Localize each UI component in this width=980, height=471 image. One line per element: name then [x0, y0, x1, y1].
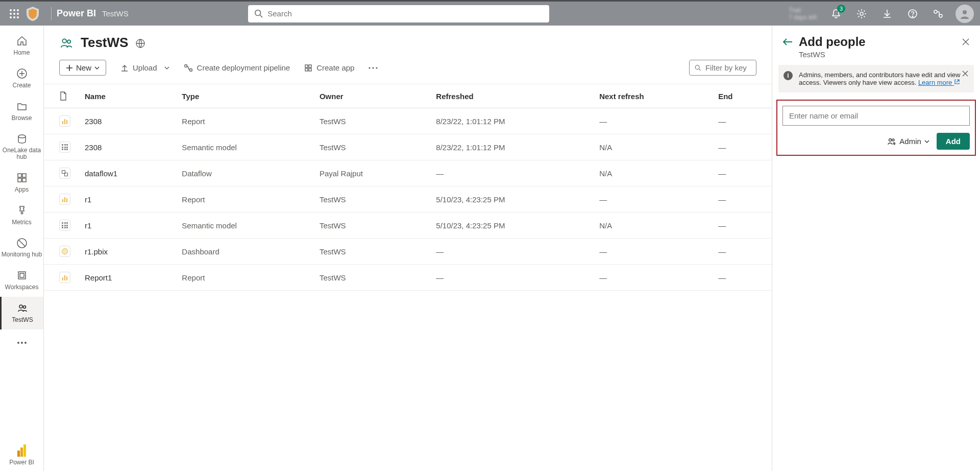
- pipeline-label: Create deployment pipeline: [197, 63, 290, 72]
- nav-create[interactable]: Create: [0, 62, 43, 95]
- cell-name: dataflow1: [75, 160, 172, 186]
- svg-point-44: [373, 67, 374, 68]
- panel-back-button[interactable]: [782, 38, 793, 46]
- cell-owner: TestWS: [309, 213, 426, 239]
- settings-button[interactable]: [853, 6, 870, 22]
- external-link-icon: [954, 79, 960, 85]
- nav-monitoring[interactable]: Monitoring hub: [0, 232, 43, 264]
- feedback-button[interactable]: [930, 6, 946, 22]
- learn-more-link[interactable]: Learn more: [918, 79, 960, 86]
- people-input[interactable]: [782, 106, 970, 126]
- globe-icon[interactable]: [135, 38, 145, 49]
- document-icon: [59, 91, 67, 101]
- cell-name: r1: [75, 213, 172, 239]
- cell-next: —: [589, 265, 708, 291]
- col-icon[interactable]: [44, 84, 75, 108]
- top-bar: Power BI TestWS Trial: 7 days left 3: [0, 0, 980, 26]
- table-row[interactable]: r1.pbixDashboardTestWS———: [44, 239, 772, 265]
- col-owner[interactable]: Owner: [309, 84, 426, 108]
- report-icon: [59, 115, 70, 127]
- filter-box[interactable]: [689, 60, 756, 76]
- cell-type: Report: [172, 265, 309, 291]
- create-pipeline-button[interactable]: Create deployment pipeline: [184, 63, 290, 72]
- svg-point-4: [13, 13, 15, 15]
- nav-testws[interactable]: TestWS: [0, 297, 43, 329]
- cell-name: r1.pbix: [75, 239, 172, 265]
- cell-refreshed: 8/23/22, 1:01:12 PM: [426, 108, 589, 134]
- chevron-down-icon: [94, 65, 100, 70]
- search-icon: [254, 9, 263, 18]
- nav-more[interactable]: [0, 332, 43, 355]
- nav-onelake[interactable]: OneLake data hub: [0, 128, 43, 167]
- nav-apps[interactable]: Apps: [0, 167, 43, 199]
- cell-owner: Payal Rajput: [309, 160, 426, 186]
- report-icon: [59, 194, 70, 205]
- panel-close-button[interactable]: [962, 38, 970, 46]
- nav-home[interactable]: Home: [0, 30, 43, 62]
- svg-point-5: [17, 13, 19, 15]
- svg-point-15: [939, 14, 942, 17]
- feedback-icon: [933, 9, 944, 19]
- cell-next: N/A: [589, 213, 708, 239]
- nav-create-label: Create: [12, 82, 31, 89]
- trial-status[interactable]: Trial: 7 days left: [789, 7, 817, 21]
- table-row[interactable]: r1Semantic modelTestWS5/10/23, 4:23:25 P…: [44, 213, 772, 239]
- filter-input[interactable]: [705, 63, 751, 72]
- svg-point-29: [21, 342, 23, 344]
- nav-powerbi-label: Power BI: [9, 459, 34, 466]
- download-button[interactable]: [879, 6, 895, 22]
- svg-point-16: [963, 10, 967, 14]
- svg-point-37: [184, 64, 187, 67]
- cell-refreshed: —: [426, 160, 589, 186]
- table-row[interactable]: 2308ReportTestWS8/23/22, 1:01:12 PM——: [44, 108, 772, 134]
- svg-point-34: [62, 39, 66, 43]
- table-row[interactable]: Report1ReportTestWS———: [44, 265, 772, 291]
- svg-point-48: [889, 138, 892, 141]
- cell-next: N/A: [589, 160, 708, 186]
- col-name[interactable]: Name: [75, 84, 172, 108]
- plus-icon: [66, 64, 73, 72]
- nav-home-label: Home: [13, 49, 30, 56]
- app-launcher-button[interactable]: [6, 6, 22, 22]
- cell-type: Semantic model: [172, 134, 309, 160]
- role-label: Admin: [899, 137, 921, 146]
- profile-avatar[interactable]: [955, 5, 974, 23]
- upload-icon: [120, 64, 129, 72]
- cell-owner: TestWS: [309, 239, 426, 265]
- toolbar-more-button[interactable]: [369, 67, 378, 69]
- powerbi-icon: [16, 444, 28, 457]
- svg-point-0: [10, 9, 12, 11]
- help-button[interactable]: [904, 6, 921, 22]
- col-next[interactable]: Next refresh: [589, 84, 708, 108]
- svg-point-50: [894, 143, 895, 144]
- svg-rect-20: [22, 174, 26, 177]
- search-box[interactable]: [248, 5, 549, 22]
- people-icon: [16, 302, 29, 314]
- col-refreshed[interactable]: Refreshed: [426, 84, 589, 108]
- nav-browse[interactable]: Browse: [0, 95, 43, 128]
- info-close-button[interactable]: [962, 70, 969, 77]
- upload-button[interactable]: Upload: [120, 63, 169, 72]
- role-select[interactable]: Admin: [887, 137, 929, 146]
- nav-workspaces[interactable]: Workspaces: [0, 264, 43, 297]
- header-workspace-name[interactable]: TestWS: [102, 9, 129, 18]
- nav-powerbi[interactable]: Power BI: [0, 439, 43, 467]
- svg-rect-31: [23, 444, 26, 457]
- nav-metrics[interactable]: Metrics: [0, 199, 43, 232]
- add-button[interactable]: Add: [937, 133, 970, 150]
- cell-owner: TestWS: [309, 134, 426, 160]
- new-button[interactable]: New: [59, 60, 106, 76]
- table-row[interactable]: dataflow1DataflowPayal Rajput—N/A—: [44, 160, 772, 186]
- svg-point-9: [255, 10, 261, 15]
- col-type[interactable]: Type: [172, 84, 309, 108]
- svg-point-7: [13, 16, 15, 18]
- table-row[interactable]: r1ReportTestWS5/10/23, 4:23:25 PM——: [44, 186, 772, 213]
- create-app-button[interactable]: Create app: [304, 63, 354, 72]
- col-end[interactable]: End: [708, 84, 772, 108]
- close-icon: [962, 38, 970, 46]
- pipeline-icon: [184, 64, 193, 72]
- cell-refreshed: —: [426, 265, 589, 291]
- notifications-button[interactable]: 3: [828, 6, 844, 22]
- search-input[interactable]: [267, 9, 543, 18]
- table-row[interactable]: 2308Semantic modelTestWS8/23/22, 1:01:12…: [44, 134, 772, 160]
